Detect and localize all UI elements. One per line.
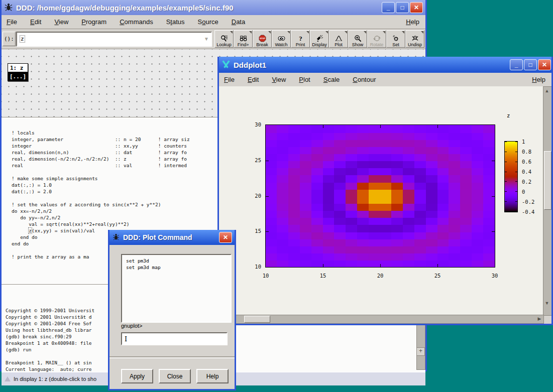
dropdown-caret-icon[interactable] [306, 31, 309, 34]
argument-label-button[interactable]: (): [3, 32, 16, 46]
y-tick-label: 30 [252, 121, 261, 127]
rotate-icon [373, 35, 381, 42]
menu-view[interactable]: View [272, 76, 286, 83]
dropdown-caret-icon[interactable] [268, 31, 271, 34]
toolbar-plot-button[interactable]: Plot [329, 30, 348, 48]
chevron-down-icon[interactable]: ▼ [204, 36, 209, 42]
colorbar-tick-label: 0 [522, 189, 525, 195]
x-tick-mark [437, 125, 438, 128]
main-menubar: FileEditViewProgramCommandsStatusSourceD… [2, 15, 425, 29]
dropdown-caret-icon[interactable] [325, 31, 328, 34]
dropdown-caret-icon[interactable] [249, 31, 252, 34]
maximize-button[interactable]: □ [524, 59, 537, 70]
plot-horizontal-scrollbar[interactable]: ◀ ▶ [219, 315, 544, 324]
toolbar-display-button[interactable]: Display [310, 30, 329, 48]
gnuplot-prompt-label: gnuplot> [121, 323, 143, 329]
toolbar-break-button[interactable]: STOPBreak [253, 30, 272, 48]
toolbar-undisp-button[interactable]: Undisp [405, 30, 424, 48]
y-tick-mark [492, 196, 495, 197]
display-node-value[interactable]: [...] [8, 72, 28, 81]
svg-text:?: ? [299, 35, 302, 42]
colorbar-tick-label: -0.2 [522, 199, 534, 205]
y-tick-label: 25 [252, 157, 261, 163]
warning-triangle-icon [5, 376, 11, 381]
text-cursor-icon: I [125, 335, 127, 343]
menu-plot[interactable]: Plot [299, 76, 310, 83]
menu-edit[interactable]: Edit [30, 18, 41, 26]
help-button[interactable]: Help [196, 369, 229, 383]
display-icon [316, 35, 323, 42]
y-tick-mark [266, 161, 269, 161]
close-dialog-button[interactable]: Close [159, 369, 191, 383]
close-button[interactable]: ✕ [410, 2, 423, 13]
menu-edit[interactable]: Edit [248, 76, 259, 83]
toolbar-print-button[interactable]: ?Print [291, 30, 310, 48]
x-tick-label: 20 [376, 273, 385, 279]
plot-command-history[interactable]: set pm3dset pm3d map [121, 254, 232, 323]
apply-button[interactable]: Apply [121, 369, 153, 383]
menu-file[interactable]: File [224, 76, 235, 83]
plot-titlebar[interactable]: Dddplot1 _□✕ [219, 57, 551, 73]
colorbar-tick-label: -0.4 [522, 209, 534, 215]
heatmap-canvas [266, 125, 495, 267]
dialog-titlebar[interactable]: DDD: Plot Command ✕ [109, 230, 235, 245]
pane-resize-grip[interactable]: + [416, 347, 425, 356]
menu-commands[interactable]: Commands [120, 18, 153, 26]
dropdown-caret-icon[interactable] [345, 31, 347, 34]
maximize-button[interactable]: □ [396, 2, 409, 13]
dropdown-caret-icon[interactable] [364, 31, 366, 34]
show-icon [354, 35, 362, 42]
main-titlebar[interactable]: DDD: /home/ggdagw/debugging/examples/exa… [2, 0, 425, 15]
scroll-up-icon[interactable]: ▲ [543, 87, 550, 94]
menu-view[interactable]: View [54, 18, 68, 26]
menu-data[interactable]: Data [232, 18, 245, 26]
menu-contour[interactable]: Contour [353, 76, 376, 83]
close-button[interactable]: ✕ [219, 232, 232, 243]
x-tick-mark [380, 125, 381, 128]
bug-icon [4, 3, 13, 13]
display-node-z[interactable]: 1: z [...] [8, 63, 28, 81]
toolbar-watch-button[interactable]: Watch [272, 30, 291, 48]
gnuplot-command-input[interactable]: I [121, 332, 228, 345]
plot-command-history-line: set pm3d map [126, 264, 231, 271]
plot-window: Dddplot1 _□✕ FileEditViewPlotScaleContou… [217, 57, 553, 325]
menu-status[interactable]: Status [166, 18, 185, 26]
dropdown-caret-icon[interactable] [383, 31, 385, 34]
close-button[interactable]: ✕ [538, 59, 551, 70]
dropdown-caret-icon[interactable] [287, 31, 290, 34]
minimize-button[interactable]: _ [382, 2, 395, 13]
plot-menubar: FileEditViewPlotScaleContourHelp [219, 73, 551, 87]
colorbar [504, 141, 518, 212]
menu-scale[interactable]: Scale [323, 76, 340, 83]
argument-value: z [20, 36, 25, 42]
dropdown-caret-icon[interactable] [402, 31, 404, 34]
menu-file[interactable]: File [7, 18, 17, 26]
dialog-separator [109, 356, 235, 358]
menu-help[interactable]: Help [532, 76, 545, 83]
minimize-button[interactable]: _ [510, 59, 523, 70]
toolbar-find-button[interactable]: Find» [234, 30, 253, 48]
menu-help[interactable]: Help [406, 18, 419, 26]
toolbar-set-button[interactable]: Set [386, 30, 405, 48]
main-window-title: DDD: /home/ggdagw/debugging/examples/exa… [16, 4, 379, 12]
argument-field[interactable]: z ▼ [16, 32, 212, 47]
scroll-right-icon[interactable]: ▶ [536, 315, 543, 322]
menu-source[interactable]: Source [198, 18, 218, 26]
y-tick-label: 10 [252, 264, 261, 270]
toolbar-lookup-button[interactable]: Lookup [214, 30, 234, 48]
lookup-icon [220, 35, 228, 42]
dropdown-caret-icon[interactable] [230, 31, 233, 34]
colorbar-tick-label: 0.6 [522, 159, 531, 165]
plot-icon [335, 35, 343, 42]
plot-canvas-area[interactable]: 10152025301015202530 z 10.80.60.40.20-0.… [219, 86, 543, 315]
y-tick-mark [266, 231, 269, 232]
bug-icon [112, 233, 120, 242]
scroll-down-icon[interactable]: ▼ [543, 300, 550, 307]
menu-program[interactable]: Program [81, 18, 106, 26]
colorbar-tick-label: 1 [522, 139, 525, 145]
watch-icon [278, 35, 285, 42]
dropdown-caret-icon[interactable] [421, 31, 423, 34]
x-tick-mark [323, 125, 323, 128]
plot-vertical-scrollbar[interactable]: ▲ ▼ [543, 86, 552, 316]
toolbar-show-button[interactable]: Show [348, 30, 367, 48]
